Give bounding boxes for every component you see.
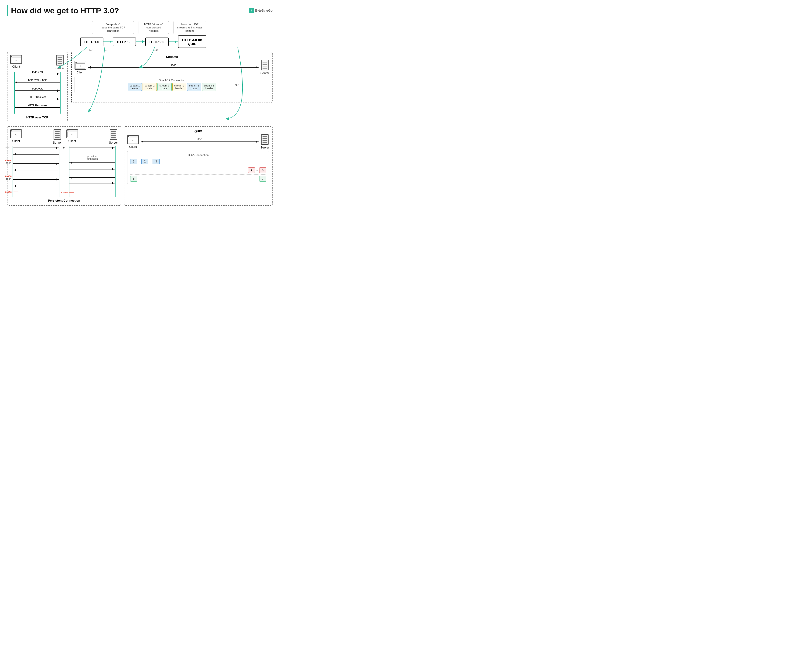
persist-right: ↖ Client Server [66,129,118,197]
http-tcp-label: HTTP over TCP [10,116,64,119]
msg-tcp-synack-label: TCP SYN + ACK [28,79,47,82]
annotation-2: HTTP "streams" compressed headers [139,21,169,34]
logo: B ByteByteGo [249,8,273,13]
arrow-11-20 [136,41,145,42]
streams-title: Streams [75,55,269,59]
msg-http-req: HTTP Request [15,99,60,99]
msg-http-req-label: HTTP Request [29,95,46,98]
close-3: close [5,190,18,194]
http-30-box: HTTP 3.0 on QUIC [178,35,206,48]
udp-p2: 2 [141,159,149,164]
persist-left-seq: open close [13,146,59,197]
msg-tcp-ack: TCP ACK [15,90,60,91]
udp-arrow: UDP [141,141,258,142]
streams-client-label: Client [77,70,84,74]
svg-text:1.1: 1.1 [104,48,108,51]
tcp-arrow: TCP [88,67,258,67]
streams-server: Server [260,60,269,75]
udp-p4: 4 [248,167,255,173]
svg-text:2.0: 2.0 [154,48,158,51]
open-2: open [6,162,11,164]
svg-text:1.0: 1.0 [88,48,93,51]
msg-tcp-synack: TCP SYN + ACK [15,82,60,82]
udp-stream-3: 6 7 [130,176,266,182]
annotation-3: based on UDP streams as first-class citi… [173,21,206,34]
arrow-10-11 [103,41,113,42]
packet-s1d: stream 1data [187,83,201,91]
http-versions-row: HTTP 1.0 HTTP 1.1 HTTP 2.0 HTTP 3.0 on Q… [14,35,273,48]
annotation-1: "keep-alive" reuse the same TCP connecti… [92,21,134,34]
packet-s2h: stream 2header [172,83,186,91]
client-col: ↖ Client [10,55,22,68]
stream-packets: stream 1header stream 2data stream 3data… [77,83,267,91]
packet-s3d: stream 3data [157,83,172,91]
streams-server-label: Server [260,71,269,75]
msg-tcp-ack-label: TCP ACK [32,87,43,90]
udp-stream-2: 4 → 5 [130,167,266,175]
udp-p3: 3 [153,159,160,164]
udp-p7: 7 [259,176,266,182]
arrow-20-30 [169,41,178,42]
packet-s1h: stream 1header [127,83,142,91]
persist-server-right: Server [109,129,118,144]
persistent-section: ↖ Client Server [7,126,121,206]
page-title: How did we get to HTTP 3.0? [11,6,119,15]
streams-client: ↖ Client [75,61,86,74]
open-r1: open [62,146,67,149]
tcp-sequence: TCP SYN TCP SYN + ACK TCP ACK [14,72,60,114]
server-col: Server [56,55,64,70]
persist-client: ↖ Client [10,129,22,144]
server-icon-streams [261,60,269,70]
title-bar: How did we get to HTTP 3.0? B ByteByteGo [7,5,273,16]
http-11-box: HTTP 1.1 [113,38,136,46]
close-r1: close [61,190,74,194]
persist-server-left: Server [53,129,62,144]
quic-client-label: Client [129,145,137,149]
msg-http-resp: HTTP Response [15,107,60,108]
logo-icon: B [249,8,254,13]
quic-title: QUIC [127,129,269,133]
tcp-label: TCP [171,64,176,66]
http-20-box: HTTP 2.0 [145,38,169,46]
page: How did we get to HTTP 3.0? B ByteByteGo… [0,0,279,221]
udp-connection-box: UDP Connection 1 → 2 → 3 4 → 5 [127,151,269,184]
msg-http-resp-label: HTTP Response [28,104,47,107]
msg-tcp-syn-label: TCP SYN [32,70,42,73]
server-label-tcp: Server [56,66,64,70]
quic-client: ↖ Client [127,135,139,149]
udp-label: UDP [197,138,202,141]
bottom-layout: ↖ Client Server [7,126,273,206]
streams-section: Streams ↖ Client [71,52,273,103]
packet-s3h: stream 3header [202,83,216,91]
title-accent [7,5,8,16]
persist-label-bottom: Persistent Connection [10,199,118,202]
packet-s2d: stream 2data [142,83,157,91]
persist-left: ↖ Client Server [10,129,62,197]
udp-p6: 6 [130,176,137,182]
quic-section: QUIC ↖ Client UDP [124,126,273,206]
persist-client-2: ↖ Client [66,129,78,144]
quic-server: Server [260,134,269,149]
open-1: open [6,146,11,149]
one-tcp-label: One TCP Connection [77,79,267,82]
msg-tcp-syn: TCP SYN [15,74,60,74]
udp-p5: 5 [259,167,266,173]
quic-server-label: Server [260,146,269,149]
server-icon-tcp [56,55,64,66]
logo-text: ByteByteGo [255,9,273,12]
persist-label: persistentconnection [87,155,98,160]
persist-right-seq: open persistentconnection [69,146,116,197]
http-tcp-section: ↖ Client Server [7,52,67,122]
udp-conn-label: UDP Connection [130,154,266,157]
udp-p1: 1 [130,159,137,164]
http-10-box: HTTP 1.0 [80,38,103,46]
client-label-tcp: Client [12,65,20,68]
persist-inner: ↖ Client Server [10,129,118,197]
udp-stream-1: 1 → 2 → 3 [130,159,266,166]
open-3: open [6,177,11,180]
